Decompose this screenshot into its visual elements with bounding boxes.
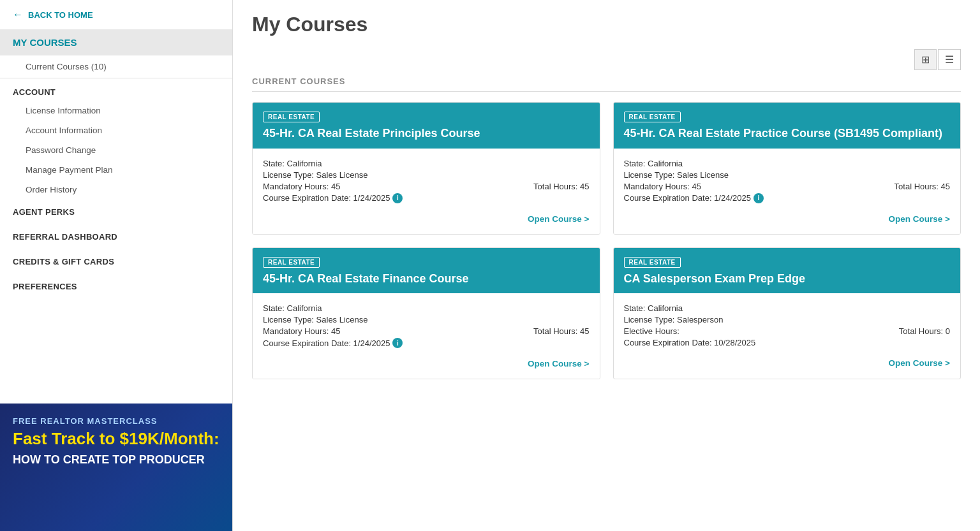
sidebar-item-password-change[interactable]: Password Change xyxy=(0,140,232,160)
course-state-3: State: California xyxy=(263,303,590,313)
course-title-4: CA Salesperson Exam Prep Edge xyxy=(624,272,951,286)
course-hours-row-3: Mandatory Hours: 45 Course Expiration Da… xyxy=(263,326,590,350)
open-course-link-4[interactable]: Open Course > xyxy=(624,358,951,368)
course-tag-3: REAL ESTATE xyxy=(263,257,320,268)
current-courses-nav[interactable]: Current Courses (10) xyxy=(0,55,232,78)
my-courses-nav[interactable]: MY COURSES xyxy=(0,29,232,55)
info-icon-3[interactable]: i xyxy=(392,338,403,348)
course-card-body-3: State: California License Type: Sales Li… xyxy=(253,293,600,379)
course-card-header-2: REAL ESTATE 45-Hr. CA Real Estate Practi… xyxy=(614,103,961,149)
account-section: ACCOUNT License Information Account Info… xyxy=(0,78,232,200)
courses-grid: REAL ESTATE 45-Hr. CA Real Estate Princi… xyxy=(252,102,961,379)
course-card-3: REAL ESTATE 45-Hr. CA Real Estate Financ… xyxy=(252,247,600,380)
course-state-1: State: California xyxy=(263,159,590,168)
course-card-1: REAL ESTATE 45-Hr. CA Real Estate Princi… xyxy=(252,102,600,235)
course-expiration-4: Course Expiration Date: 10/28/2025 xyxy=(624,338,893,347)
course-card-header-3: REAL ESTATE 45-Hr. CA Real Estate Financ… xyxy=(253,248,600,294)
sidebar-item-agent-perks[interactable]: AGENT PERKS xyxy=(0,200,232,224)
grid-icon: ⊞ xyxy=(921,54,930,65)
course-title-1: 45-Hr. CA Real Estate Principles Course xyxy=(263,126,590,141)
promo-subheadline: HOW TO CREATE TOP PRODUCER xyxy=(13,453,219,467)
course-tag-1: REAL ESTATE xyxy=(263,112,320,122)
sidebar-item-order-history[interactable]: Order History xyxy=(0,180,232,200)
course-license-type-1: License Type: Sales License xyxy=(263,170,590,180)
course-total-hours-2: Total Hours: 45 xyxy=(888,182,950,191)
course-mandatory-hours-4: Elective Hours: xyxy=(624,326,893,336)
course-mandatory-hours-1: Mandatory Hours: 45 xyxy=(263,182,527,191)
sidebar-item-referral-dashboard[interactable]: REFERRAL DASHBOARD xyxy=(0,224,232,249)
promo-banner[interactable]: FREE REALTOR MASTERCLASS Fast Track to $… xyxy=(0,404,232,531)
list-view-button[interactable]: ☰ xyxy=(938,49,961,70)
account-section-title: ACCOUNT xyxy=(0,78,232,101)
page-title: My Courses xyxy=(252,13,961,36)
promo-free-label: FREE REALTOR MASTERCLASS xyxy=(13,416,219,426)
view-toggle: ⊞ ☰ xyxy=(252,49,961,70)
course-card-body-2: State: California License Type: Sales Li… xyxy=(614,149,961,234)
back-to-home-label: BACK TO HOME xyxy=(28,10,93,20)
course-expiration-3: Course Expiration Date: 1/24/2025 i xyxy=(263,338,527,348)
course-card-header-1: REAL ESTATE 45-Hr. CA Real Estate Princi… xyxy=(253,103,600,149)
open-course-link-1[interactable]: Open Course > xyxy=(263,214,590,224)
course-hours-row-1: Mandatory Hours: 45 Course Expiration Da… xyxy=(263,182,590,205)
open-course-link-2[interactable]: Open Course > xyxy=(624,214,951,224)
open-course-link-3[interactable]: Open Course > xyxy=(263,359,590,368)
current-courses-section-label: CURRENT COURSES xyxy=(252,76,961,92)
sidebar-item-credits-gift-cards[interactable]: CREDITS & GIFT CARDS xyxy=(0,249,232,274)
course-tag-4: REAL ESTATE xyxy=(624,257,681,268)
course-mandatory-hours-2: Mandatory Hours: 45 xyxy=(624,182,888,191)
sidebar-item-license-information[interactable]: License Information xyxy=(0,101,232,120)
back-to-home-link[interactable]: ← BACK TO HOME xyxy=(0,0,232,29)
course-license-type-4: License Type: Salesperson xyxy=(624,315,951,324)
course-card-header-4: REAL ESTATE CA Salesperson Exam Prep Edg… xyxy=(614,248,961,294)
sidebar-top: ← BACK TO HOME MY COURSES Current Course… xyxy=(0,0,232,78)
sidebar-item-manage-payment-plan[interactable]: Manage Payment Plan xyxy=(0,160,232,180)
back-arrow-icon: ← xyxy=(13,9,23,20)
sidebar-item-preferences[interactable]: PREFERENCES xyxy=(0,274,232,299)
course-hours-row-4: Elective Hours: Course Expiration Date: … xyxy=(624,326,951,349)
course-state-4: State: California xyxy=(624,303,951,313)
course-title-3: 45-Hr. CA Real Estate Finance Course xyxy=(263,272,590,286)
main-content: My Courses ⊞ ☰ CURRENT COURSES REAL ESTA… xyxy=(233,0,980,531)
course-license-type-3: License Type: Sales License xyxy=(263,315,590,324)
course-total-hours-1: Total Hours: 45 xyxy=(527,182,589,191)
course-title-2: 45-Hr. CA Real Estate Practice Course (S… xyxy=(624,126,951,141)
grid-view-button[interactable]: ⊞ xyxy=(914,49,937,70)
course-card-4: REAL ESTATE CA Salesperson Exam Prep Edg… xyxy=(613,247,961,380)
course-tag-2: REAL ESTATE xyxy=(624,112,681,122)
info-icon-1[interactable]: i xyxy=(392,193,403,203)
course-card-2: REAL ESTATE 45-Hr. CA Real Estate Practi… xyxy=(613,102,961,235)
promo-headline: Fast Track to $19K/Month: xyxy=(13,430,219,448)
course-total-hours-4: Total Hours: 0 xyxy=(893,326,950,336)
sidebar: ← BACK TO HOME MY COURSES Current Course… xyxy=(0,0,233,531)
course-hours-row-2: Mandatory Hours: 45 Course Expiration Da… xyxy=(624,182,951,205)
course-total-hours-3: Total Hours: 45 xyxy=(527,326,589,336)
course-mandatory-hours-3: Mandatory Hours: 45 xyxy=(263,326,527,336)
course-license-type-2: License Type: Sales License xyxy=(624,170,951,180)
list-icon: ☰ xyxy=(945,54,954,65)
sidebar-item-account-information[interactable]: Account Information xyxy=(0,120,232,140)
course-expiration-1: Course Expiration Date: 1/24/2025 i xyxy=(263,193,527,203)
info-icon-2[interactable]: i xyxy=(754,193,764,203)
course-state-2: State: California xyxy=(624,159,951,168)
course-expiration-2: Course Expiration Date: 1/24/2025 i xyxy=(624,193,888,203)
course-card-body-4: State: California License Type: Salesper… xyxy=(614,293,961,378)
course-card-body-1: State: California License Type: Sales Li… xyxy=(253,149,600,234)
